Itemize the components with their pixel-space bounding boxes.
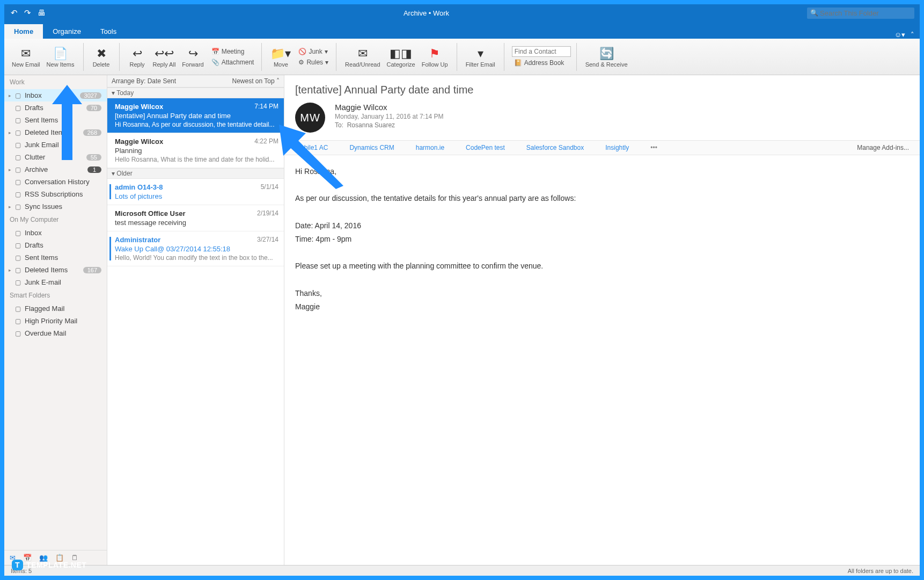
message-list-item[interactable]: Administrator3/27/14Wake Up Call@ 03/27/…: [107, 231, 284, 266]
tab-tools[interactable]: Tools: [91, 24, 126, 39]
group-older[interactable]: ▾ Older: [107, 168, 284, 179]
sidebar-item-label: Inbox: [25, 91, 80, 99]
sidebar-item[interactable]: ▢Flagged Mail: [4, 302, 107, 315]
follow-up-button[interactable]: ⚑Follow Up: [419, 45, 451, 69]
delete-button[interactable]: ✖Delete: [89, 45, 114, 69]
categorize-icon: ◧◨: [390, 46, 412, 61]
sidebar-item[interactable]: ▢Drafts: [4, 239, 107, 251]
attachment-button[interactable]: 📎Attachment: [209, 57, 256, 67]
rules-button[interactable]: ⚙Rules▾: [296, 57, 331, 67]
manage-addins[interactable]: Manage Add-ins...: [857, 144, 909, 151]
find-contact-input[interactable]: [512, 46, 571, 57]
sort-order[interactable]: Newest on Top ˄: [232, 77, 280, 85]
group-today[interactable]: ▾ Today: [107, 88, 284, 98]
meeting-button[interactable]: 📅Meeting: [209, 47, 256, 56]
sidebar-section-computer[interactable]: On My Computer: [4, 213, 107, 227]
send-receive-icon: 🔄: [599, 46, 614, 61]
sidebar-item[interactable]: ▢Overdue Mail: [4, 327, 107, 339]
message-list-item[interactable]: Maggie Wilcox7:14 PM[tentative] Annual P…: [107, 98, 284, 133]
addin-link[interactable]: Mobile1 AC: [295, 144, 328, 151]
ribbon-tabs: Home Organize Tools ☺▾ ˄: [4, 21, 920, 39]
addin-link[interactable]: Insightly: [605, 144, 629, 151]
sidebar-item[interactable]: ▸▢Sync Issues: [4, 200, 107, 213]
folder-icon: ▢: [15, 229, 25, 237]
sidebar-item-label: Sent Items: [25, 253, 101, 262]
expand-icon[interactable]: ▸: [9, 204, 14, 209]
addin-link[interactable]: Salesforce Sandbox: [526, 144, 584, 151]
search-input[interactable]: [807, 8, 914, 19]
filter-email-button[interactable]: ▾Filter Email: [463, 45, 498, 69]
junk-button[interactable]: 🚫Junk▾: [296, 47, 331, 56]
move-button[interactable]: 📁▾Move: [267, 45, 294, 69]
sidebar-item[interactable]: ▢Junk E-mail: [4, 276, 107, 288]
statusbar: Items: 5 All folders are up to date.: [4, 565, 920, 576]
addin-link[interactable]: Dynamics CRM: [349, 144, 394, 151]
tab-organize[interactable]: Organize: [43, 24, 91, 39]
sidebar-section-smart[interactable]: Smart Folders: [4, 288, 107, 302]
sidebar-item[interactable]: ▢High Priority Mail: [4, 315, 107, 327]
send-receive-button[interactable]: 🔄Send & Receive: [582, 45, 631, 69]
folder-icon: ▢: [15, 92, 25, 99]
msg-time: 2/19/14: [257, 209, 278, 218]
sidebar-item[interactable]: ▸▢Deleted Item268: [4, 126, 107, 139]
expand-icon[interactable]: ▸: [9, 267, 14, 273]
sidebar-item[interactable]: ▸▢Archive1: [4, 163, 107, 176]
watermark-badge: T: [12, 560, 23, 570]
undo-icon[interactable]: ↶: [11, 8, 18, 18]
expand-icon[interactable]: ▸: [9, 130, 14, 135]
msg-subject: Wake Up Call@ 03/27/2014 12:55:18: [115, 245, 278, 253]
sidebar-item[interactable]: ▢Conversation History: [4, 176, 107, 188]
sidebar-item[interactable]: ▸▢Deleted Items167: [4, 264, 107, 276]
sidebar-item[interactable]: ▢RSS Subscriptions: [4, 188, 107, 200]
folder-icon: ▢: [15, 154, 25, 161]
sidebar-item[interactable]: ▢Inbox: [4, 227, 107, 239]
sidebar-section-work[interactable]: Work: [4, 75, 107, 89]
print-icon[interactable]: 🖶: [38, 8, 46, 18]
sidebar-item[interactable]: ▸▢Inbox3027: [4, 89, 107, 102]
count-badge: 167: [83, 267, 101, 273]
folder-icon: ▢: [15, 203, 25, 211]
collapse-ribbon-icon[interactable]: ˄: [911, 31, 914, 39]
message-list-item[interactable]: Maggie Wilcox4:22 PMPlanningHello Rosann…: [107, 133, 284, 168]
message-list-item[interactable]: Microsoft Office User2/19/14test message…: [107, 205, 284, 231]
folder-icon: ▢: [15, 141, 25, 149]
msg-from: Maggie Wilcox: [115, 137, 163, 146]
addins-more[interactable]: •••: [650, 144, 657, 151]
watermark: T TEMPLATE.NET: [12, 560, 86, 570]
expand-icon[interactable]: ▸: [9, 167, 14, 172]
msg-subject: Lots of pictures: [115, 192, 278, 200]
sidebar-item-label: Drafts: [25, 241, 101, 249]
status-sync: All folders are up to date.: [848, 568, 913, 574]
new-email-button[interactable]: ✉New Email: [9, 45, 43, 69]
sidebar-item-label: Overdue Mail: [25, 329, 101, 337]
expand-icon[interactable]: ▸: [9, 93, 14, 98]
message-from: Maggie Wilcox: [335, 103, 444, 112]
new-items-button[interactable]: 📄New Items: [43, 45, 78, 69]
arrange-by[interactable]: Arrange By: Date Sent: [112, 77, 176, 85]
msg-time: 7:14 PM: [254, 103, 278, 111]
addins-bar: Mobile1 ACDynamics CRMharmon.ieCodePen t…: [284, 140, 920, 155]
categorize-button[interactable]: ◧◨Categorize: [384, 45, 419, 69]
sidebar-item-label: High Priority Mail: [25, 317, 101, 325]
msg-preview: Hi Rosanna, As per our discussion, the t…: [115, 121, 278, 128]
sidebar-item[interactable]: ▢Sent Items: [4, 114, 107, 126]
sidebar-item[interactable]: ▢Junk Email: [4, 139, 107, 151]
redo-icon[interactable]: ↷: [24, 8, 31, 18]
addin-link[interactable]: CodePen test: [466, 144, 505, 151]
tab-home[interactable]: Home: [4, 24, 43, 39]
message-list-header[interactable]: Arrange By: Date Sent Newest on Top ˄: [107, 75, 284, 88]
sidebar-item[interactable]: ▢Drafts70: [4, 102, 107, 114]
read-unread-icon: ✉: [358, 46, 368, 61]
message-list-item[interactable]: admin O14-3-85/1/14Lots of pictures: [107, 179, 284, 205]
account-icon[interactable]: ☺▾: [894, 31, 905, 39]
sidebar-item[interactable]: ▢Sent Items: [4, 251, 107, 264]
reply-all-button[interactable]: ↩↩Reply All: [150, 45, 179, 69]
addin-link[interactable]: harmon.ie: [416, 144, 444, 151]
reply-button[interactable]: ↩Reply: [125, 45, 150, 69]
sidebar-item-label: Sync Issues: [25, 202, 101, 211]
sidebar-item[interactable]: ▢Clutter55: [4, 151, 107, 163]
window-title: Archive • Work: [46, 9, 807, 17]
address-book-button[interactable]: 📔Address Book: [512, 58, 571, 68]
read-unread-button[interactable]: ✉Read/Unread: [342, 45, 383, 69]
forward-button[interactable]: ↪Forward: [179, 45, 207, 69]
